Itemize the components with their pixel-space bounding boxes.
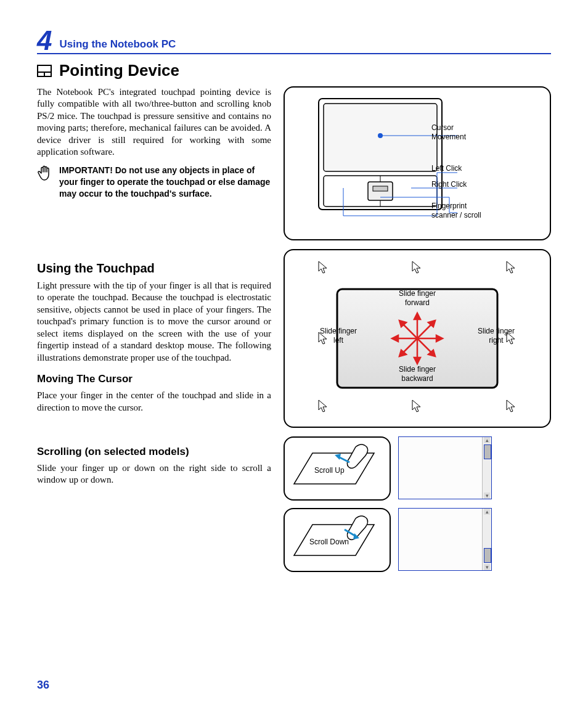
chapter-header: 4 Using the Notebook PC — [37, 25, 551, 54]
label-left-click: Left Click — [431, 164, 462, 174]
moving-title: Moving The Cursor — [37, 372, 271, 386]
label-slide-right: Slide finger right — [475, 327, 518, 346]
window-scroll-up: ▴ ▾ — [398, 436, 492, 499]
section-title: Pointing Device — [37, 60, 551, 81]
chapter-number: 4 — [37, 27, 52, 54]
cursor-movement-diagram: Slide finger forward Slide finger backwa… — [284, 249, 551, 428]
label-fingerprint: Fingerprint scanner / scroll — [431, 202, 493, 221]
label-right-click: Right Click — [431, 180, 467, 190]
svg-rect-5 — [373, 186, 388, 191]
label-slide-forward: Slide finger forward — [393, 289, 442, 308]
chapter-title: Using the Notebook PC — [59, 38, 176, 51]
touchpad-icon — [37, 65, 52, 77]
page-number: 36 — [37, 678, 551, 692]
touchpad-component-diagram: Cursor Movement Left Click Right Click F… — [284, 86, 551, 240]
label-scroll-down: Scroll Down — [309, 538, 349, 547]
scrolling-title: Scrolling (on selected models) — [37, 445, 271, 459]
using-body: Light pressure with the tip of your fing… — [37, 280, 271, 364]
section-title-text: Pointing Device — [59, 60, 179, 81]
moving-body: Place your finger in the center of the t… — [37, 390, 271, 414]
important-callout: IMPORTANT! Do not use any objects in pla… — [37, 165, 271, 200]
using-title: Using the Touchpad — [37, 260, 271, 276]
intro-paragraph: The Notebook PC's integrated touchpad po… — [37, 86, 271, 158]
label-slide-backward: Slide finger backward — [393, 365, 442, 384]
label-cursor-movement: Cursor Movement — [431, 123, 487, 142]
label-scroll-up: Scroll Up — [314, 466, 345, 476]
label-slide-left: Slide finger left — [317, 327, 360, 346]
scroll-up-diagram: Scroll Up — [284, 436, 391, 501]
scrolling-body: Slide your finger up or down on the righ… — [37, 462, 271, 486]
window-scroll-down: ▴ ▾ — [398, 508, 492, 571]
scroll-down-diagram: Scroll Down — [284, 508, 391, 572]
important-text: IMPORTANT! Do not use any objects in pla… — [59, 165, 271, 200]
hand-stop-icon — [37, 165, 53, 200]
